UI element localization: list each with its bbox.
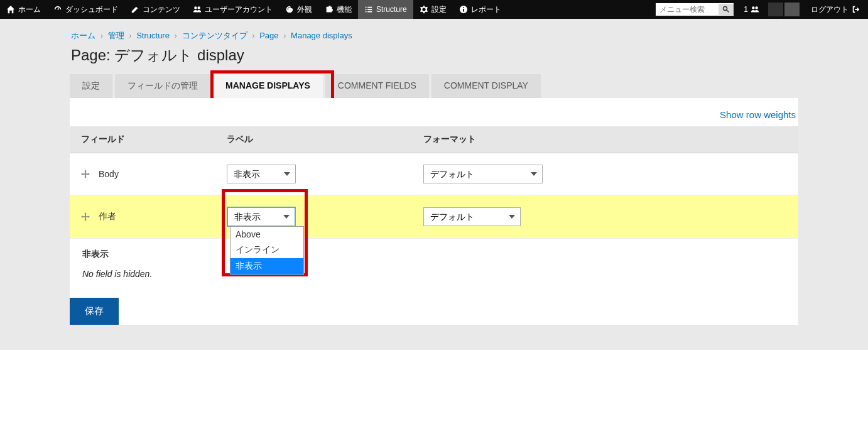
svg-point-0 [194, 6, 197, 9]
menu-reports[interactable]: レポート [453, 0, 507, 19]
show-row-weights-wrap: Show row weights [70, 109, 798, 120]
svg-point-1 [197, 6, 200, 9]
menu-home-label: ホーム [18, 4, 41, 15]
menu-structure[interactable]: Structure [358, 0, 413, 19]
crumb-manage-displays[interactable]: Manage displays [291, 31, 352, 40]
logout-link[interactable]: ログアウト [803, 4, 868, 15]
label-select-body[interactable]: 非表示 [227, 165, 296, 183]
svg-point-3 [288, 7, 290, 8]
svg-line-9 [727, 10, 729, 13]
tab-manage-fields[interactable]: フィールドの管理 [115, 74, 210, 98]
admin-toolbar: ホーム ダッシュボード コンテンツ ユーザーアカウント 外観 機能 Struct… [0, 0, 868, 19]
tab-comment-fields[interactable]: COMMENT FIELDS [325, 74, 429, 98]
crumb-home[interactable]: ホーム [71, 31, 95, 40]
users-icon [193, 5, 202, 14]
pencil-icon [131, 5, 139, 14]
tab-manage-displays[interactable]: MANAGE DISPLAYS [213, 74, 323, 98]
menu-appearance-label: 外観 [297, 4, 312, 15]
option-inline[interactable]: インライン [231, 242, 303, 258]
drag-handle[interactable]: Body [81, 169, 204, 179]
puzzle-icon [325, 5, 334, 14]
move-icon [81, 170, 90, 178]
menu-config-label: 設定 [431, 4, 447, 15]
table-header-row: フィールド ラベル フォーマット [70, 126, 798, 153]
chevron-right-icon [281, 31, 288, 40]
menu-users-label: ユーザーアカウント [205, 4, 273, 15]
users-small-icon [751, 5, 759, 14]
field-name: Body [99, 169, 119, 179]
table-row: Body 非表示 デフォルト [70, 153, 798, 195]
field-name: 作者 [99, 211, 116, 222]
table-row: 作者 非表示 Above インライン [70, 195, 798, 239]
hidden-section: 非表示 No field is hidden. [70, 239, 798, 285]
page-title: Page: デフォルト display [70, 45, 798, 65]
user-square-2 [784, 3, 800, 16]
menu-content[interactable]: コンテンツ [124, 0, 187, 19]
menu-home[interactable]: ホーム [0, 0, 47, 19]
menu-content-label: コンテンツ [143, 4, 180, 15]
svg-point-11 [755, 6, 757, 9]
hidden-header: 非表示 [82, 249, 786, 260]
format-select-author[interactable]: デフォルト [423, 207, 521, 226]
admin-search [656, 3, 734, 16]
move-icon [81, 212, 90, 221]
structure-icon [364, 5, 373, 14]
menu-dashboard[interactable]: ダッシュボード [47, 0, 124, 19]
primary-tabs: 設定 フィールドの管理 MANAGE DISPLAYS COMMENT FIEL… [70, 74, 798, 98]
label-dropdown-open: Above インライン 非表示 [230, 226, 304, 275]
crumb-admin[interactable]: 管理 [108, 31, 124, 40]
home-icon [6, 5, 15, 14]
menu-appearance[interactable]: 外観 [279, 0, 318, 19]
menu-dashboard-label: ダッシュボード [65, 4, 118, 15]
menu-users[interactable]: ユーザーアカウント [187, 0, 279, 19]
breadcrumb: ホーム 管理 Structure コンテンツタイプ Page Manage di… [70, 30, 798, 41]
label-select-author[interactable]: 非表示 [227, 207, 296, 227]
palette-icon [285, 5, 294, 14]
save-button[interactable]: 保存 [70, 298, 119, 325]
crumb-structure[interactable]: Structure [136, 31, 170, 40]
fields-table: フィールド ラベル フォーマット Body [70, 126, 798, 239]
crumb-page[interactable]: Page [259, 31, 278, 40]
menu-config[interactable]: 設定 [413, 0, 453, 19]
format-select-body[interactable]: デフォルト [423, 165, 543, 183]
option-hidden[interactable]: 非表示 [231, 258, 303, 275]
admin-search-input[interactable] [656, 3, 719, 16]
info-icon [459, 5, 468, 14]
user-color-squares[interactable] [764, 3, 803, 16]
svg-point-8 [724, 7, 727, 11]
svg-point-10 [752, 6, 754, 9]
user-square-1 [768, 3, 783, 16]
user-count[interactable]: 1 [739, 5, 764, 14]
svg-rect-6 [463, 9, 464, 11]
gear-icon [420, 5, 428, 14]
drag-handle[interactable]: 作者 [81, 211, 204, 222]
dashboard-icon [53, 5, 62, 14]
user-count-number: 1 [744, 5, 748, 14]
crumb-content-types[interactable]: コンテンツタイプ [182, 31, 247, 40]
admin-menu: ホーム ダッシュボード コンテンツ ユーザーアカウント 外観 機能 Struct… [0, 0, 507, 19]
svg-point-2 [288, 8, 289, 9]
menu-structure-label: Structure [376, 5, 407, 14]
th-format: フォーマット [412, 126, 798, 153]
show-row-weights-link[interactable]: Show row weights [720, 109, 796, 120]
admin-search-button[interactable] [719, 4, 734, 15]
menu-functionality[interactable]: 機能 [318, 0, 358, 19]
menu-reports-label: レポート [471, 4, 501, 15]
menu-functionality-label: 機能 [337, 4, 352, 15]
logout-icon [852, 5, 860, 14]
main-panel: Show row weights フィールド ラベル フォーマット [70, 98, 798, 325]
hidden-message: No field is hidden. [82, 269, 786, 279]
tab-settings[interactable]: 設定 [70, 74, 112, 98]
logout-label: ログアウト [811, 4, 849, 15]
svg-point-7 [463, 7, 464, 8]
chevron-right-icon [98, 31, 106, 40]
option-above[interactable]: Above [231, 227, 303, 242]
chevron-right-icon [172, 31, 180, 40]
th-label: ラベル [215, 126, 412, 153]
th-field: フィールド [70, 126, 215, 153]
svg-point-4 [290, 7, 291, 8]
chevron-right-icon [249, 31, 257, 40]
search-icon [722, 6, 730, 13]
tab-comment-display[interactable]: COMMENT DISPLAY [431, 74, 541, 98]
chevron-right-icon [126, 31, 134, 40]
